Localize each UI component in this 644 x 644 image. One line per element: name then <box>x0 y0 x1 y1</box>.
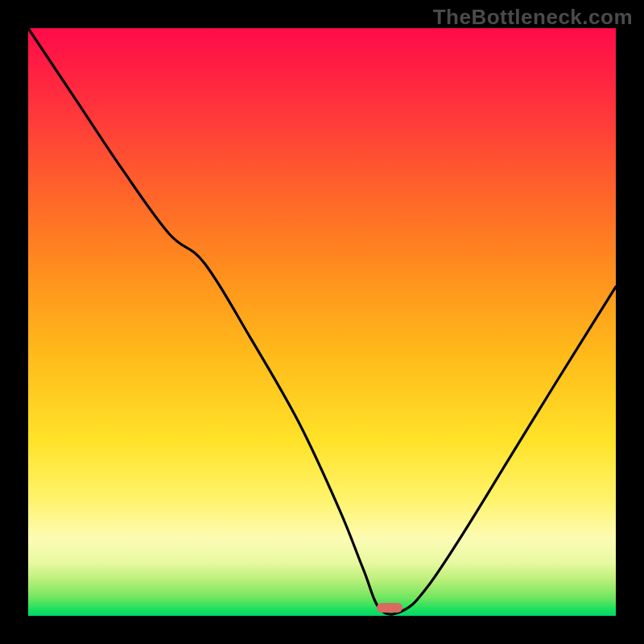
chart-frame: TheBottleneck.com <box>0 0 644 644</box>
plot-area <box>28 28 616 616</box>
bottleneck-curve <box>28 28 616 616</box>
attribution-watermark: TheBottleneck.com <box>433 5 633 30</box>
optimum-marker <box>377 603 402 613</box>
